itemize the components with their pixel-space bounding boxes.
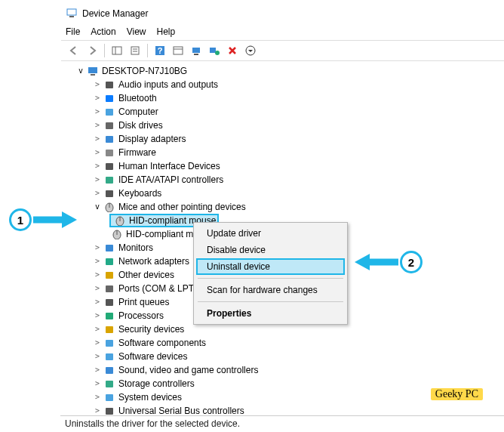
svg-rect-16 xyxy=(88,67,97,73)
category-label: Processors xyxy=(118,309,164,322)
menu-item-disable-device[interactable]: Disable device xyxy=(196,242,345,258)
category-item[interactable]: >Sound, video and game controllers xyxy=(67,363,502,377)
caret-down-icon[interactable]: v xyxy=(93,200,102,214)
storage-icon xyxy=(103,378,115,390)
caret-right-icon[interactable]: > xyxy=(93,187,102,200)
showhide-pane-button[interactable] xyxy=(109,42,125,59)
svg-rect-39 xyxy=(106,326,113,333)
computer-icon xyxy=(103,106,115,118)
svg-rect-1 xyxy=(69,16,74,17)
toolbar-separator xyxy=(147,44,148,57)
category-label: Human Interface Devices xyxy=(118,159,220,173)
category-label: Ports (COM & LPT) xyxy=(118,282,197,295)
category-item[interactable]: >Bluetooth xyxy=(67,91,502,105)
svg-rect-22 xyxy=(106,136,113,143)
menu-item-properties[interactable]: Properties xyxy=(196,305,345,322)
category-label: IDE ATA/ATAPI controllers xyxy=(118,173,223,187)
caret-right-icon[interactable]: > xyxy=(93,282,102,295)
menu-item-uninstall-device[interactable]: Uninstall device xyxy=(196,258,345,275)
step-badge: 1 xyxy=(9,208,32,231)
properties-toolbar-button[interactable] xyxy=(127,42,143,59)
swcomp-icon xyxy=(103,337,115,349)
caret-right-icon[interactable]: > xyxy=(93,295,102,309)
caret-right-icon[interactable]: > xyxy=(93,309,102,322)
other-icon xyxy=(103,269,115,281)
category-item[interactable]: >IDE ATA/ATAPI controllers xyxy=(67,173,502,187)
caret-right-icon[interactable]: > xyxy=(93,146,102,159)
caret-right-icon[interactable]: > xyxy=(93,132,102,146)
menu-file[interactable]: File xyxy=(66,26,80,37)
category-mice[interactable]: v Mice and other pointing devices xyxy=(67,200,502,214)
root-label: DESKTOP-N7J10BG xyxy=(102,64,187,78)
category-label: Software devices xyxy=(118,350,187,363)
printer-icon xyxy=(103,296,115,308)
svg-rect-34 xyxy=(106,258,113,265)
caret-right-icon[interactable]: > xyxy=(93,91,102,105)
svg-rect-41 xyxy=(106,353,113,360)
caret-right-icon[interactable]: > xyxy=(93,350,102,363)
menu-item-update-driver[interactable]: Update driver xyxy=(196,225,345,242)
caret-right-icon[interactable]: > xyxy=(93,336,102,350)
svg-rect-38 xyxy=(106,313,113,319)
caret-right-icon[interactable]: > xyxy=(93,377,102,390)
security-icon xyxy=(103,323,115,335)
computer-icon xyxy=(87,65,99,77)
svg-rect-20 xyxy=(106,109,113,116)
menu-view[interactable]: View xyxy=(127,26,146,37)
category-item[interactable]: >Computer xyxy=(67,105,502,119)
category-label: Other devices xyxy=(118,268,174,282)
help-toolbar-button[interactable]: ? xyxy=(152,42,168,59)
device-manager-window: Device Manager File Action View Help ? v… xyxy=(60,4,504,432)
category-item[interactable]: >Display adapters xyxy=(67,132,502,146)
caret-right-icon[interactable]: > xyxy=(93,255,102,268)
category-item[interactable]: >Software components xyxy=(67,336,502,350)
back-button[interactable] xyxy=(66,42,82,59)
caret-right-icon[interactable]: > xyxy=(93,268,102,282)
swdev-icon xyxy=(103,350,115,363)
svg-rect-26 xyxy=(106,190,113,197)
caret-down-icon[interactable]: v xyxy=(76,64,85,78)
svg-text:?: ? xyxy=(158,46,163,55)
caret-right-icon[interactable]: > xyxy=(93,159,102,173)
caret-right-icon[interactable]: > xyxy=(93,363,102,377)
caret-right-icon[interactable]: > xyxy=(93,119,102,132)
menu-help[interactable]: Help xyxy=(157,26,176,37)
svg-rect-23 xyxy=(106,150,113,156)
category-label: Software components xyxy=(118,336,206,350)
more-actions-button[interactable] xyxy=(242,42,259,59)
category-item[interactable]: >Keyboards xyxy=(67,187,502,200)
category-item[interactable]: >Disk drives xyxy=(67,119,502,132)
forward-button[interactable] xyxy=(84,42,100,59)
svg-rect-25 xyxy=(106,177,113,184)
category-item[interactable]: >Human Interface Devices xyxy=(67,159,502,173)
update-driver-toolbar-button[interactable] xyxy=(188,42,204,59)
view-toolbar-button[interactable] xyxy=(170,42,186,59)
menu-item-scan-hardware[interactable]: Scan for hardware changes xyxy=(196,282,345,298)
category-item[interactable]: >Audio inputs and outputs xyxy=(67,78,502,91)
context-menu: Update driver Disable device Uninstall d… xyxy=(193,222,348,325)
category-label: Monitors xyxy=(118,241,153,255)
svg-rect-43 xyxy=(106,381,113,387)
tree-root[interactable]: v DESKTOP-N7J10BG xyxy=(67,64,502,78)
caret-right-icon[interactable]: > xyxy=(93,390,102,404)
category-item[interactable]: >Firmware xyxy=(67,146,502,159)
svg-rect-21 xyxy=(106,122,113,129)
svg-rect-33 xyxy=(106,245,113,251)
caret-right-icon[interactable]: > xyxy=(93,241,102,255)
arrow-right-icon xyxy=(32,210,78,230)
uninstall-toolbar-button[interactable] xyxy=(224,42,241,59)
svg-rect-24 xyxy=(106,163,113,170)
category-item[interactable]: >Software devices xyxy=(67,350,502,363)
category-label: Keyboards xyxy=(118,187,161,200)
caret-right-icon[interactable]: > xyxy=(93,173,102,187)
menu-action[interactable]: Action xyxy=(91,26,115,37)
svg-rect-18 xyxy=(106,82,113,88)
caret-right-icon[interactable]: > xyxy=(93,105,102,119)
scan-hardware-toolbar-button[interactable] xyxy=(206,42,223,59)
svg-rect-13 xyxy=(210,48,216,53)
category-label: Storage controllers xyxy=(118,377,195,390)
caret-right-icon[interactable]: > xyxy=(93,78,102,91)
svg-rect-40 xyxy=(106,340,113,347)
caret-right-icon[interactable]: > xyxy=(93,322,102,336)
app-icon xyxy=(66,7,78,21)
